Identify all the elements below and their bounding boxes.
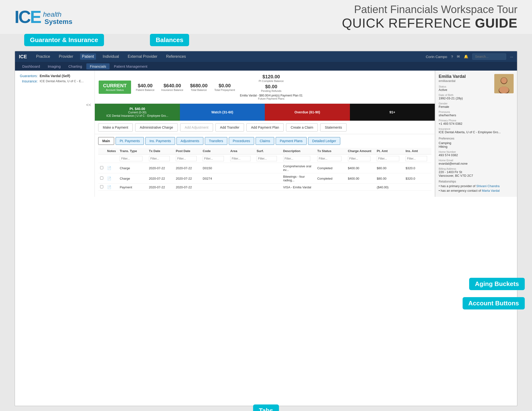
nav-item-patient[interactable]: Patient bbox=[80, 53, 96, 60]
filter-trans-type[interactable] bbox=[120, 156, 142, 161]
aging-bucket-91plus: 91+ bbox=[350, 104, 435, 121]
make-payment-button[interactable]: Make a Payment bbox=[98, 123, 133, 131]
row2-post-date: 2020-07-22 bbox=[174, 173, 201, 184]
tab-pt-payments[interactable]: Pt. Payments bbox=[116, 137, 144, 145]
tab-claims[interactable]: Claims bbox=[256, 137, 274, 145]
main-content: Guarantor & Insurance Balances Aging Buc… bbox=[0, 34, 532, 411]
row3-ins-amt bbox=[404, 184, 431, 191]
tab-transfers[interactable]: Transfers bbox=[205, 137, 227, 145]
patient-photo-inner bbox=[494, 74, 514, 93]
row1-description: Comprehensive oral ev... bbox=[281, 163, 315, 173]
patient-header: Emilia Vardal emiliavardal Status Active… bbox=[439, 74, 514, 134]
insurance-balance-item: $640.00 Insurance Balance bbox=[161, 83, 183, 91]
filter-post-date[interactable] bbox=[176, 156, 197, 161]
sub-nav-financials[interactable]: Financials bbox=[86, 63, 110, 69]
row3-tx-status bbox=[315, 184, 346, 191]
pt-complete-item: $120.00 Pt Complete Balance bbox=[240, 74, 303, 83]
row2-checkbox[interactable] bbox=[100, 177, 103, 180]
row2-tx-date: 2020-07-22 bbox=[147, 173, 174, 184]
nav-help-icon[interactable]: ? bbox=[451, 55, 453, 59]
tab-detailed-ledger[interactable]: Detailed Ledger bbox=[308, 137, 340, 145]
patient-avatar-svg bbox=[494, 74, 514, 93]
nav-more-icon[interactable]: ··· bbox=[510, 55, 513, 59]
sub-nav-patient-management[interactable]: Patient Management bbox=[111, 63, 151, 69]
row3-charge bbox=[346, 184, 375, 191]
home-number-label: Home Number bbox=[439, 150, 514, 153]
patient-balance-amount: $40.00 bbox=[136, 83, 154, 88]
nav-mail-icon[interactable]: ✉ bbox=[457, 54, 460, 59]
filter-description[interactable] bbox=[283, 156, 311, 161]
phone-label: Primary Phone bbox=[439, 119, 514, 122]
nav-item-provider[interactable]: Provider bbox=[57, 53, 75, 60]
aging-watch-label: Watch (31-60) bbox=[211, 110, 233, 114]
aging-overdue-label: Overdue (61-90) bbox=[294, 110, 320, 114]
sub-nav-charting[interactable]: Charting bbox=[65, 63, 86, 69]
app-container: Guarantor & Insurance Balances Aging Buc… bbox=[15, 39, 517, 406]
add-payment-plan-button[interactable]: Add Payment Plan bbox=[247, 123, 284, 131]
administrative-charge-button[interactable]: Administrative Charge bbox=[135, 123, 178, 131]
relationships-title: Relationships bbox=[439, 180, 514, 183]
logo-area: ICE health Systems bbox=[15, 8, 72, 26]
nav-item-references[interactable]: References bbox=[164, 53, 188, 60]
tab-adjustments[interactable]: Adjustments bbox=[177, 137, 203, 145]
title-line1: Patient Financials Workspace Tour bbox=[342, 3, 517, 16]
add-transfer-button[interactable]: Add Transfer bbox=[216, 123, 244, 131]
nav-bell-icon[interactable]: 🔔 bbox=[464, 54, 468, 59]
nav-item-practice[interactable]: Practice bbox=[34, 53, 52, 60]
nav-user[interactable]: Corin Campo bbox=[426, 55, 447, 59]
row2-trans-type: Charge bbox=[118, 173, 147, 184]
filter-tx-status[interactable] bbox=[317, 156, 342, 161]
row2-description: Bitewings - four radiog... bbox=[281, 173, 315, 184]
nav-arrow-left[interactable]: << bbox=[18, 103, 91, 108]
sub-nav-imaging[interactable]: Imaging bbox=[44, 63, 64, 69]
row1-code: D0150 bbox=[201, 163, 228, 173]
row3-checkbox[interactable] bbox=[100, 185, 103, 188]
email-field-value: evardal@email.none bbox=[439, 162, 514, 165]
col-header-code: Code bbox=[201, 148, 228, 154]
row1-checkbox[interactable] bbox=[100, 166, 103, 169]
sub-nav: Dashboard Imaging Charting Financials Pa… bbox=[15, 62, 517, 71]
filter-tx-date[interactable] bbox=[149, 156, 170, 161]
row1-tx-date: 2020-07-22 bbox=[147, 163, 174, 173]
add-adjustment-button[interactable]: Add Adjustment bbox=[180, 123, 213, 131]
tab-main[interactable]: Main bbox=[98, 137, 114, 145]
row1-trans-type: Charge bbox=[118, 163, 147, 173]
nav-item-individual[interactable]: Individual bbox=[101, 53, 121, 60]
balances-section: CURRENT Account Status $40.00 Patient Ba… bbox=[95, 71, 435, 104]
filter-area[interactable] bbox=[230, 156, 250, 161]
statements-button[interactable]: Statements bbox=[320, 123, 347, 131]
row1-surf bbox=[255, 163, 281, 173]
aging-current-label: Pt. $40.00 bbox=[129, 107, 145, 111]
row1-icon: 📄 bbox=[107, 166, 111, 170]
row2-surf bbox=[255, 173, 281, 184]
filter-charge[interactable] bbox=[348, 156, 370, 161]
table-row: 📄 Payment 2020-07-22 2020-07-22 VISA - E… bbox=[98, 184, 431, 191]
tab-procedures[interactable]: Procedures bbox=[229, 137, 254, 145]
filter-pt-amt[interactable] bbox=[377, 156, 399, 161]
sub-nav-dashboard[interactable]: Dashboard bbox=[19, 63, 43, 69]
nav-logo-text: ICE bbox=[19, 54, 27, 59]
row3-area bbox=[228, 184, 255, 191]
total-balance-amount: $680.00 bbox=[190, 83, 208, 88]
status-sub: Account Status bbox=[103, 88, 127, 91]
patient-balance-label: Patient Balance bbox=[136, 88, 154, 91]
filter-surf[interactable] bbox=[256, 156, 277, 161]
col-header-tx-date: Tx Date bbox=[147, 148, 174, 154]
tab-payment-plans[interactable]: Payment Plans bbox=[276, 137, 307, 145]
guarantor-row: Guarantors: Emilia Vardal (Self) bbox=[18, 74, 91, 78]
nav-item-external-provider[interactable]: External Provider bbox=[126, 53, 159, 60]
create-claim-button[interactable]: Create a Claim bbox=[286, 123, 318, 131]
col-header-check bbox=[98, 148, 105, 154]
phone-value: +1 493 574 0382 bbox=[439, 122, 514, 125]
nav-search-input[interactable] bbox=[472, 53, 506, 60]
rel2-link[interactable]: Marta Vardal bbox=[482, 189, 500, 192]
pending-refunds-item: $0.00 Pending Refunds bbox=[240, 84, 303, 92]
row3-pt-amt: ($40.00) bbox=[375, 184, 404, 191]
insurance-value: ICE Dental Alberta, U of C - E... bbox=[40, 79, 84, 83]
patient-extras: Preferences Camping Hiking Home Number 4… bbox=[439, 137, 514, 192]
tab-ins-payments[interactable]: Ins. Payments bbox=[145, 137, 175, 145]
filter-code[interactable] bbox=[203, 156, 224, 161]
filter-ins-amt[interactable] bbox=[406, 156, 427, 161]
row2-ins-amt: $320.0 bbox=[404, 173, 431, 184]
rel1-link[interactable]: Shivani Chandra bbox=[476, 184, 500, 188]
